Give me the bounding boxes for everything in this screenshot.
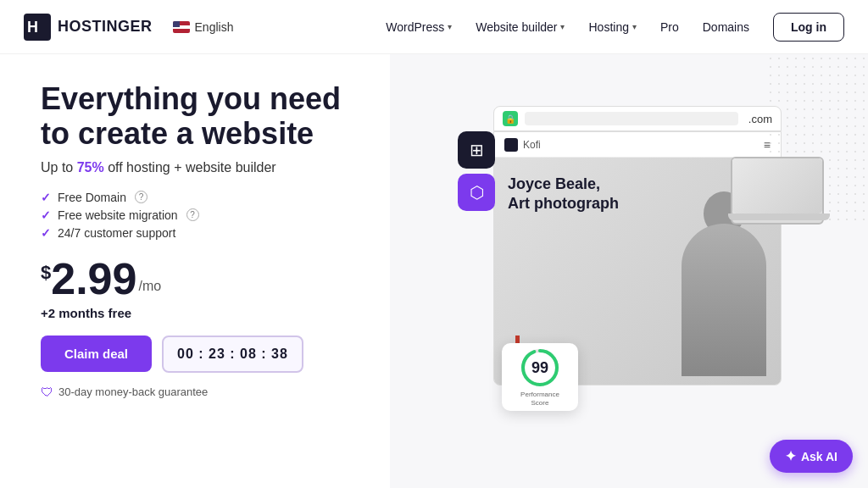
nav-hosting[interactable]: Hosting ▾ bbox=[578, 14, 646, 41]
check-icon: ✓ bbox=[41, 191, 51, 204]
site-logo bbox=[504, 138, 518, 152]
hero-section: Everything you need to create a website … bbox=[0, 54, 390, 488]
price-main: 2.99 bbox=[51, 257, 136, 301]
login-button[interactable]: Log in bbox=[773, 13, 844, 42]
language-label: English bbox=[195, 20, 234, 34]
laptop-screen bbox=[732, 158, 822, 214]
hostinger-h-icon: ⬡ bbox=[470, 182, 484, 202]
features-list: ✓ Free Domain ? ✓ Free website migration… bbox=[41, 191, 366, 240]
perf-score: 99 bbox=[531, 359, 548, 377]
feature-label: Free Domain bbox=[58, 191, 126, 204]
sidebar-icons: ⊞ ⬡ bbox=[458, 131, 495, 211]
brand-name: HOSTINGER bbox=[58, 18, 153, 36]
check-icon: ✓ bbox=[41, 208, 51, 222]
subtitle-suffix: off hosting + website builder bbox=[104, 160, 276, 175]
laptop-mockup bbox=[731, 157, 824, 225]
performance-ring: 99 bbox=[519, 347, 561, 389]
feature-free-migration: ✓ Free website migration ? bbox=[41, 208, 366, 222]
main-content: Everything you need to create a website … bbox=[0, 54, 868, 488]
discount-text: 75% bbox=[77, 160, 104, 175]
perf-label: PerformanceScore bbox=[520, 391, 559, 407]
hero-subtitle: Up to 75% off hosting + website builder bbox=[41, 160, 366, 175]
feature-label: Free website migration bbox=[58, 208, 178, 222]
price-dollar: $ bbox=[41, 262, 51, 284]
domain-extension: .com bbox=[748, 113, 772, 125]
feature-label: 24/7 customer support bbox=[58, 226, 175, 240]
wordpress-icon-btn[interactable]: ⊞ bbox=[458, 131, 495, 169]
nav-links: WordPress ▾ Website builder ▾ Hosting ▾ … bbox=[376, 14, 760, 41]
price-note: +2 months free bbox=[41, 306, 366, 320]
claim-deal-button[interactable]: Claim deal bbox=[41, 336, 152, 372]
cta-row: Claim deal 00 : 23 : 08 : 38 bbox=[41, 336, 366, 373]
nav-domains[interactable]: Domains bbox=[693, 14, 760, 41]
svg-text:H: H bbox=[27, 19, 38, 36]
nav-website-builder[interactable]: Website builder ▾ bbox=[465, 14, 575, 41]
navbar: H HOSTINGER English WordPress ▾ Website … bbox=[0, 0, 868, 54]
nav-pro[interactable]: Pro bbox=[650, 14, 689, 41]
domain-bar bbox=[525, 112, 738, 125]
feature-support: ✓ 24/7 customer support bbox=[41, 226, 366, 240]
logo-icon: H bbox=[24, 14, 51, 41]
nav-wordpress[interactable]: WordPress ▾ bbox=[376, 14, 462, 41]
us-flag-icon bbox=[173, 21, 190, 33]
feature-free-domain: ✓ Free Domain ? bbox=[41, 191, 366, 204]
ask-ai-label: Ask AI bbox=[801, 450, 837, 463]
price-block: $ 2.99 /mo bbox=[41, 257, 366, 301]
ssl-icon: 🔒 bbox=[503, 111, 518, 126]
ai-star-icon: ✦ bbox=[785, 448, 796, 464]
price-period: /mo bbox=[138, 279, 161, 294]
shield-icon: 🛡 bbox=[41, 385, 53, 399]
hostinger-icon-btn[interactable]: ⬡ bbox=[458, 174, 495, 211]
site-name: Kofi bbox=[523, 139, 541, 151]
help-icon[interactable]: ? bbox=[135, 191, 147, 203]
website-header: Kofi ≡ bbox=[494, 132, 781, 158]
chevron-down-icon: ▾ bbox=[448, 22, 452, 31]
language-selector[interactable]: English bbox=[173, 20, 234, 34]
chevron-down-icon: ▾ bbox=[632, 22, 637, 31]
ask-ai-button[interactable]: ✦ Ask AI bbox=[770, 440, 853, 473]
illustration-section: 🔒 .com ⊞ ⬡ Kofi ≡ bbox=[390, 54, 868, 488]
help-icon[interactable]: ? bbox=[186, 208, 199, 221]
performance-card: 99 PerformanceScore bbox=[502, 343, 578, 411]
browser-bar: 🔒 .com bbox=[493, 106, 782, 131]
guarantee-label: 30-day money-back guarantee bbox=[58, 385, 208, 398]
subtitle-prefix: Up to bbox=[41, 160, 77, 175]
countdown-timer: 00 : 23 : 08 : 38 bbox=[162, 336, 303, 373]
website-mockup: 🔒 .com ⊞ ⬡ Kofi ≡ bbox=[442, 106, 815, 436]
guarantee-text: 🛡 30-day money-back guarantee bbox=[41, 385, 366, 399]
wordpress-icon: ⊞ bbox=[470, 140, 484, 160]
laptop-base bbox=[728, 214, 830, 220]
photo-text: Joyce Beale,Art photograph bbox=[508, 175, 619, 214]
check-icon: ✓ bbox=[41, 226, 51, 240]
logo[interactable]: H HOSTINGER bbox=[24, 14, 153, 41]
hero-title: Everything you need to create a website bbox=[41, 81, 366, 152]
chevron-down-icon: ▾ bbox=[560, 22, 565, 31]
